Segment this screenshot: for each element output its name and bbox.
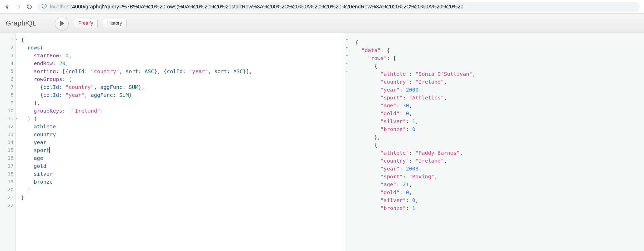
result-viewer[interactable]: { "data": { "rows": [ { "athlete": "Soni…	[350, 36, 639, 212]
execute-button[interactable]	[55, 17, 69, 30]
text-cursor	[49, 147, 50, 153]
line-number: 22	[0, 202, 13, 209]
prettify-button[interactable]: Prettify	[74, 19, 98, 28]
back-button[interactable]	[4, 4, 11, 10]
line-number: 9	[0, 99, 13, 107]
line-number: 8	[0, 91, 13, 99]
line-number: 21	[0, 194, 13, 202]
line-number: 2	[0, 44, 13, 52]
graphiql-logo: GraphiQL	[6, 19, 37, 27]
line-number: 14	[0, 138, 13, 146]
query-editor[interactable]: { rows( startRow: 0, endRow: 20, sorting…	[16, 33, 342, 251]
line-number: 13	[0, 130, 13, 138]
url-text: localhost:4000/graphql?query=%7B%0A%20%2…	[50, 4, 464, 10]
line-number: 1	[0, 36, 13, 44]
line-number: 5	[0, 67, 13, 75]
line-number: 12	[0, 123, 13, 130]
query-pane: 1 2 3 4 5 6 7 8 9 10 11 12 13 14 15 16 1…	[0, 33, 342, 251]
graphiql-toolbar: GraphiQL Prettify History	[0, 14, 644, 33]
line-number: 10	[0, 107, 13, 115]
line-number: 11	[0, 115, 13, 123]
line-number: 17	[0, 162, 13, 170]
site-info-icon[interactable]	[42, 3, 47, 10]
reload-button[interactable]	[26, 4, 33, 10]
line-number: 6	[0, 75, 13, 83]
history-button[interactable]: History	[103, 19, 127, 28]
line-number: 4	[0, 59, 13, 67]
line-number: 20	[0, 186, 13, 194]
svg-marker-4	[60, 21, 64, 26]
line-number: 7	[0, 83, 13, 91]
line-gutter: 1 2 3 4 5 6 7 8 9 10 11 12 13 14 15 16 1…	[0, 33, 16, 251]
line-number: 15	[0, 146, 13, 154]
line-number: 16	[0, 154, 13, 162]
line-number: 3	[0, 52, 13, 59]
address-bar[interactable]: localhost:4000/graphql?query=%7B%0A%20%2…	[37, 2, 640, 12]
result-pane: ▾▾▾▾▾ { "data": { "rows": [ { "athlete":…	[345, 33, 644, 251]
forward-button[interactable]	[15, 4, 22, 10]
browser-chrome: localhost:4000/graphql?query=%7B%0A%20%2…	[0, 0, 644, 14]
line-number: 18	[0, 170, 13, 178]
line-number: 19	[0, 178, 13, 186]
main-split: 1 2 3 4 5 6 7 8 9 10 11 12 13 14 15 16 1…	[0, 33, 644, 251]
pane-divider[interactable]	[342, 33, 345, 251]
result-fold-gutter: ▾▾▾▾▾	[345, 36, 349, 75]
